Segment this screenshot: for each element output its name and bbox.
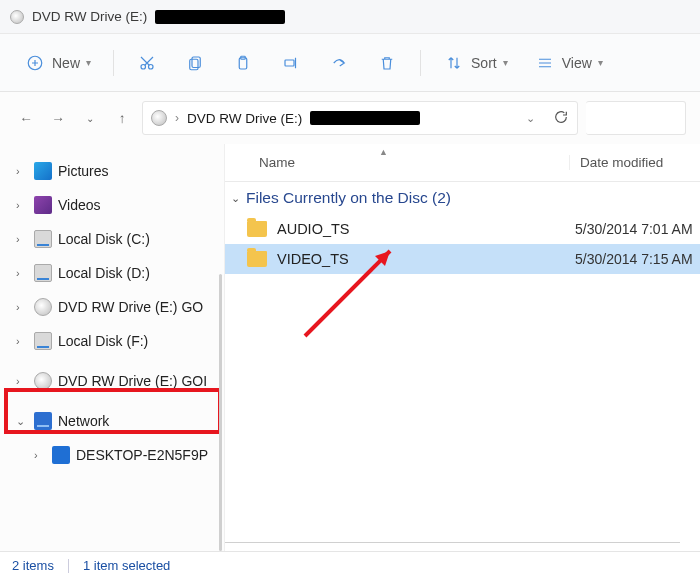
scissors-icon [136, 52, 158, 74]
history-dropdown[interactable]: ⌄ [78, 106, 102, 130]
list-view-icon [534, 52, 556, 74]
tree-item-label: Local Disk (D:) [58, 265, 150, 281]
expander-icon[interactable]: › [16, 301, 28, 313]
chevron-down-icon: ⌄ [231, 192, 240, 205]
expander-icon[interactable]: › [16, 199, 28, 211]
column-name-label: Name [259, 155, 295, 170]
tree-item-label: DVD RW Drive (E:) GOI [58, 373, 207, 389]
view-button-label: View [562, 55, 592, 71]
tree-item-label: Local Disk (F:) [58, 333, 148, 349]
status-selection: 1 item selected [83, 558, 170, 573]
title-bar: DVD RW Drive (E:) [0, 0, 700, 34]
file-date: 5/30/2014 7:01 AM [575, 221, 700, 237]
tree-scrollbar[interactable] [219, 274, 222, 551]
trash-icon [376, 52, 398, 74]
file-row-video-ts[interactable]: VIDEO_TS 5/30/2014 7:15 AM [225, 244, 700, 274]
sort-icon [443, 52, 465, 74]
sort-button[interactable]: Sort ▾ [433, 46, 518, 80]
status-separator [68, 559, 69, 573]
new-button[interactable]: New ▾ [14, 46, 101, 80]
tree-item-videos[interactable]: › Videos [6, 188, 224, 222]
tree-item-label: Local Disk (C:) [58, 231, 150, 247]
group-header-label: Files Currently on the Disc (2) [246, 189, 451, 207]
tree-item-desktop-pc[interactable]: › DESKTOP-E2N5F9P [6, 438, 224, 472]
status-bar: 2 items 1 item selected [0, 551, 700, 579]
copy-button[interactable] [174, 46, 216, 80]
delete-button[interactable] [366, 46, 408, 80]
tree-item-dvd-drive-e[interactable]: › DVD RW Drive (E:) GO [6, 290, 224, 324]
disc-icon [151, 110, 167, 126]
search-input[interactable] [586, 101, 686, 135]
expander-icon[interactable]: › [16, 335, 28, 347]
refresh-button[interactable] [553, 109, 569, 128]
drive-icon [34, 264, 52, 282]
group-header[interactable]: ⌄ Files Currently on the Disc (2) [225, 182, 700, 214]
sort-asc-icon: ▲ [379, 147, 388, 157]
cut-button[interactable] [126, 46, 168, 80]
command-bar: New ▾ Sort ▾ [0, 34, 700, 92]
paste-button[interactable] [222, 46, 264, 80]
tree-item-label: DESKTOP-E2N5F9P [76, 447, 208, 463]
svg-rect-3 [192, 57, 200, 68]
tree-item-local-disk-f[interactable]: › Local Disk (F:) [6, 324, 224, 358]
expander-icon[interactable]: › [16, 375, 28, 387]
file-date: 5/30/2014 7:15 AM [575, 251, 700, 267]
file-list-pane: Name ▲ Date modified ⌄ Files Currently o… [225, 144, 700, 551]
drive-icon [34, 332, 52, 350]
disc-icon [34, 298, 52, 316]
computer-icon [52, 446, 70, 464]
tree-item-label: Videos [58, 197, 101, 213]
column-date[interactable]: Date modified [569, 155, 700, 170]
tree-item-local-disk-d[interactable]: › Local Disk (D:) [6, 256, 224, 290]
back-button[interactable]: ← [14, 106, 38, 130]
view-button[interactable]: View ▾ [524, 46, 613, 80]
expander-icon[interactable]: › [16, 165, 28, 177]
window-title: DVD RW Drive (E:) [32, 9, 147, 24]
address-bar[interactable]: › DVD RW Drive (E:) ⌄ [142, 101, 578, 135]
forward-button[interactable]: → [46, 106, 70, 130]
column-name[interactable]: Name ▲ [259, 155, 569, 170]
rename-button[interactable] [270, 46, 312, 80]
svg-rect-7 [285, 60, 294, 66]
address-dropdown[interactable]: ⌄ [526, 112, 535, 125]
navigation-row: ← → ⌄ ↑ › DVD RW Drive (E:) ⌄ [0, 92, 700, 144]
svg-rect-4 [190, 59, 198, 70]
disc-icon [34, 372, 52, 390]
share-icon [328, 52, 350, 74]
expander-icon[interactable]: › [16, 267, 28, 279]
expander-icon[interactable]: › [34, 449, 46, 461]
sort-button-label: Sort [471, 55, 497, 71]
tree-item-local-disk-c[interactable]: › Local Disk (C:) [6, 222, 224, 256]
new-button-label: New [52, 55, 80, 71]
expander-icon[interactable]: › [16, 233, 28, 245]
network-icon [34, 412, 52, 430]
expander-icon[interactable]: ⌄ [16, 415, 28, 428]
tree-item-label: Network [58, 413, 109, 429]
tree-item-pictures[interactable]: › Pictures [6, 154, 224, 188]
column-headers: Name ▲ Date modified [225, 144, 700, 182]
tree-item-network[interactable]: ⌄ Network [6, 404, 224, 438]
file-row-audio-ts[interactable]: AUDIO_TS 5/30/2014 7:01 AM [225, 214, 700, 244]
share-button[interactable] [318, 46, 360, 80]
file-name: VIDEO_TS [277, 251, 575, 267]
tree-item-dvd-drive-e-highlighted[interactable]: › DVD RW Drive (E:) GOI [6, 364, 224, 398]
chevron-down-icon: ▾ [598, 57, 603, 68]
window-title-redacted [155, 10, 285, 24]
tree-item-label: Pictures [58, 163, 109, 179]
address-segment[interactable]: DVD RW Drive (E:) [187, 111, 302, 126]
copy-icon [184, 52, 206, 74]
divider [113, 50, 114, 76]
folder-icon [247, 251, 267, 267]
tree-pane: › Pictures › Videos › Local Disk (C:) › … [0, 144, 225, 551]
plus-circle-icon [24, 52, 46, 74]
column-date-label: Date modified [580, 155, 663, 170]
folder-icon [247, 221, 267, 237]
list-bottom-rule [225, 542, 680, 543]
videos-icon [34, 196, 52, 214]
address-redacted [310, 111, 420, 125]
up-button[interactable]: ↑ [110, 106, 134, 130]
divider [420, 50, 421, 76]
status-item-count: 2 items [12, 558, 54, 573]
chevron-right-icon: › [175, 111, 179, 125]
clipboard-icon [232, 52, 254, 74]
